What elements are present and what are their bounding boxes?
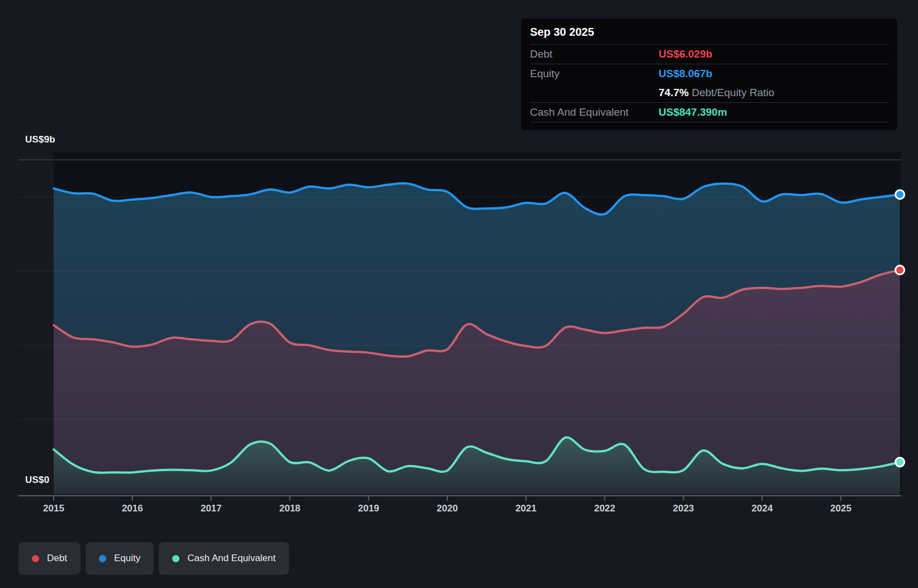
x-axis-label: 2024 <box>751 503 773 514</box>
tooltip-row-equity: Equity US$8.067b <box>530 64 888 83</box>
tooltip-debt-value: US$6.029b <box>659 48 888 60</box>
chart-legend: Debt Equity Cash And Equivalent <box>18 542 289 575</box>
x-axis-label: 2018 <box>279 503 300 514</box>
x-axis-label: 2015 <box>43 503 64 514</box>
x-axis-label: 2021 <box>515 503 537 514</box>
ratio-label: Debt/Equity Ratio <box>692 87 774 98</box>
legend-equity-label: Equity <box>114 553 140 564</box>
cash-legend-dot-icon <box>172 555 179 562</box>
tooltip-row-debt: Debt US$6.029b <box>530 45 888 64</box>
chart-tooltip: Sep 30 2025 Debt US$6.029b Equity US$8.0… <box>521 18 897 130</box>
legend-item-equity[interactable]: Equity <box>86 542 154 575</box>
tooltip-cash-value: US$847.390m <box>659 106 888 118</box>
x-axis-label: 2017 <box>201 503 222 514</box>
tooltip-row-cash: Cash And Equivalent US$847.390m <box>530 103 888 122</box>
y-axis-label-zero: US$0 <box>25 475 49 486</box>
equity-endpoint-marker <box>896 190 905 199</box>
x-axis-label: 2020 <box>437 503 458 514</box>
debt-legend-dot-icon <box>32 555 39 562</box>
tooltip-equity-value: US$8.067b <box>659 68 888 80</box>
legend-item-debt[interactable]: Debt <box>18 542 81 575</box>
tooltip-cash-label: Cash And Equivalent <box>530 106 659 118</box>
legend-debt-label: Debt <box>47 553 67 564</box>
tooltip-debt-label: Debt <box>530 48 659 60</box>
x-axis-label: 2025 <box>830 503 851 514</box>
tooltip-date: Sep 30 2025 <box>530 18 888 45</box>
legend-cash-label: Cash And Equivalent <box>187 553 276 564</box>
x-axis-label: 2016 <box>122 503 143 514</box>
equity-legend-dot-icon <box>99 555 106 562</box>
debt-endpoint-marker <box>896 265 905 274</box>
tooltip-equity-label: Equity <box>530 68 659 80</box>
x-axis-label: 2023 <box>673 503 694 514</box>
ratio-value: 74.7% <box>659 87 689 98</box>
y-axis-label-max: US$9b <box>25 134 55 145</box>
x-axis-label: 2019 <box>358 503 379 514</box>
debt-equity-ratio: 74.7% Debt/Equity Ratio <box>659 87 888 99</box>
cash-and-equivalent-endpoint-marker <box>896 458 905 467</box>
tooltip-row-ratio: 74.7% Debt/Equity Ratio <box>530 83 888 103</box>
x-axis-label: 2022 <box>594 503 616 514</box>
legend-item-cash[interactable]: Cash And Equivalent <box>159 542 289 575</box>
